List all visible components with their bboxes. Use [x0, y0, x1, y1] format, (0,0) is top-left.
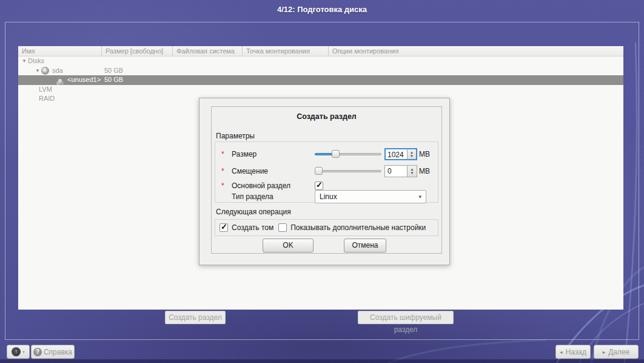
- shutdown-icon: ↑: [12, 347, 21, 356]
- create-volume-checkbox[interactable]: ✓: [220, 223, 228, 232]
- slider-handle[interactable]: [332, 150, 340, 158]
- field-label: Смещение: [232, 167, 268, 175]
- disk-icon: [41, 67, 49, 75]
- next-operation-options: ✓ Создать том Показывать дополнительные …: [215, 219, 438, 236]
- tree-row-sda[interactable]: ▾sda 50 GB: [18, 66, 623, 76]
- unit-label: MB: [419, 167, 430, 175]
- spinbox-value[interactable]: 0: [384, 165, 407, 177]
- back-button[interactable]: ◂ Назад: [555, 345, 591, 359]
- next-arrow-icon: ▸: [603, 349, 606, 355]
- partition-type-dropdown[interactable]: Linux ▾: [315, 190, 426, 203]
- row-label: Disks: [28, 56, 44, 66]
- spin-down-icon[interactable]: ▼: [411, 171, 414, 175]
- dropdown-value: Linux: [320, 192, 418, 201]
- column-header-mountoptions[interactable]: Опции монтирования: [329, 46, 623, 56]
- column-header-filesystem[interactable]: Файловая система: [173, 46, 243, 56]
- create-partition-dialog: Создать раздел Параметры * Размер 1024: [199, 98, 450, 265]
- required-marker: *: [221, 167, 224, 175]
- field-label: Размер: [232, 150, 257, 158]
- offset-spinbox[interactable]: 0 ▲ ▼: [384, 165, 417, 177]
- field-row-offset: * Смещение 0 ▲ ▼: [215, 165, 438, 178]
- tree-row-lvm[interactable]: LVM: [18, 85, 623, 95]
- row-label: <unused1>: [67, 75, 101, 85]
- size-spinbox[interactable]: 1024 ▲ ▼: [384, 148, 417, 160]
- cancel-button[interactable]: Отмена: [344, 239, 386, 253]
- field-label: Тип раздела: [232, 192, 273, 201]
- shutdown-menu-button[interactable]: ↑ ▾: [7, 345, 30, 359]
- slider-handle[interactable]: [315, 167, 323, 175]
- expander-icon[interactable]: ▾: [34, 66, 41, 76]
- row-label: sda: [52, 66, 63, 76]
- bottom-shadow-strip: [0, 359, 644, 363]
- row-label: RAID: [18, 94, 102, 104]
- spin-down-icon[interactable]: ▼: [410, 154, 414, 158]
- tree-row-disks[interactable]: ▾Disks: [18, 56, 623, 66]
- next-operation-section-label: Следующая операция: [216, 208, 291, 216]
- column-header-mountpoint[interactable]: Точка монтирования: [243, 46, 329, 56]
- spinbox-value[interactable]: 1024: [384, 148, 407, 160]
- field-row-type: Тип раздела Linux ▾: [215, 188, 438, 205]
- help-label: Справка: [44, 348, 72, 356]
- dialog-body: Создать раздел Параметры * Размер 1024: [211, 106, 442, 254]
- installer-window: 4/12: Подготовка диска Имя Размер [свобо…: [0, 0, 644, 363]
- help-button[interactable]: ? Справка: [31, 345, 75, 359]
- size-slider[interactable]: [315, 150, 381, 158]
- params-fieldset: * Размер 1024 ▲ ▼: [215, 141, 438, 203]
- back-arrow-icon: ◂: [560, 349, 563, 355]
- chevron-down-icon: ▾: [418, 194, 421, 200]
- row-size: 50 GB: [102, 66, 173, 76]
- tree-row-unused1[interactable]: <unused1> 50 GB: [18, 75, 623, 85]
- spinner-arrows[interactable]: ▲ ▼: [407, 148, 417, 160]
- offset-slider[interactable]: [315, 167, 381, 175]
- create-volume-label[interactable]: Создать том: [232, 223, 273, 232]
- next-label: Далее: [608, 348, 629, 356]
- checkmark-icon: ✓: [221, 222, 227, 231]
- column-header-size[interactable]: Размер [свободно]: [102, 46, 173, 56]
- create-encrypted-partition-button[interactable]: Создать шифруемый раздел: [358, 311, 454, 324]
- params-section-label: Параметры: [216, 132, 255, 140]
- chevron-down-icon: ▾: [22, 350, 25, 355]
- show-advanced-checkbox[interactable]: [278, 223, 287, 232]
- table-header: Имя Размер [свободно] Файловая система Т…: [18, 46, 623, 56]
- column-header-name[interactable]: Имя: [18, 46, 102, 56]
- field-row-size: * Размер 1024 ▲ ▼: [215, 148, 438, 161]
- page-title: 4/12: Подготовка диска: [0, 0, 644, 19]
- show-advanced-label[interactable]: Показывать дополнительные настройки: [290, 223, 426, 232]
- free-space-icon: [58, 79, 62, 83]
- create-partition-button[interactable]: Создать раздел: [165, 311, 226, 324]
- help-icon: ?: [33, 348, 42, 356]
- dialog-title: Создать раздел: [212, 112, 441, 121]
- ok-button[interactable]: OK: [263, 239, 314, 253]
- next-button[interactable]: ▸ Далее: [594, 345, 639, 359]
- slider-track[interactable]: [315, 170, 381, 172]
- back-label: Назад: [566, 348, 586, 356]
- row-size: 50 GB: [102, 75, 173, 85]
- expander-icon[interactable]: ▾: [21, 56, 28, 66]
- unit-label: MB: [419, 150, 430, 158]
- required-marker: *: [221, 150, 224, 158]
- spinner-arrows[interactable]: ▲ ▼: [407, 165, 417, 177]
- row-label: LVM: [18, 85, 102, 95]
